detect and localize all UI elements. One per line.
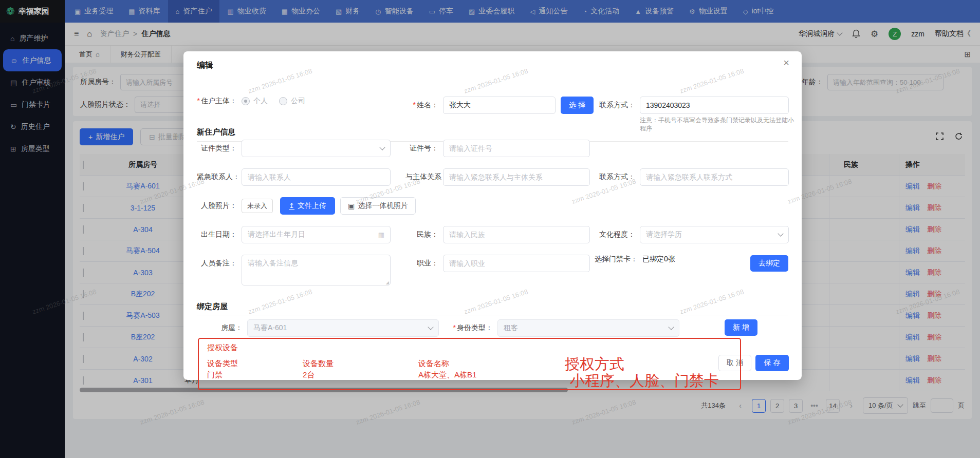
kiosk-photo-button[interactable]: ▣ 选择一体机照片 [340,197,416,215]
emergency-phone-input[interactable] [640,168,789,186]
house-select[interactable]: 马赛A-601 [247,319,439,337]
radio-label-personal: 个人 [253,97,268,106]
job-field: 职业： [405,255,590,272]
resident-subject-field: *住户主体： 个人 公司 [197,97,317,106]
card-bound-count: 已绑定0张 [642,255,675,264]
field-label: 出生日期： [197,230,242,239]
birth-date-field: 出生日期： 请选择出生年月日 ▦ [197,226,391,243]
contact-field: 联系方式： [594,97,789,114]
cert-type-field: 证件类型： [197,140,391,157]
file-upload-button[interactable]: ↥ 文件上传 [280,197,335,215]
modal-title: 编辑 [197,60,213,71]
select-person-button[interactable]: 选 择 [561,97,594,114]
field-label: *住户主体： [197,97,242,106]
education-select[interactable]: 请选择学历 [640,226,789,243]
close-icon[interactable]: × [783,58,789,68]
access-card-field: 选择门禁卡： 已绑定0张 去绑定 [594,255,788,264]
section-new-resident: 新住户信息 [197,127,235,137]
field-label: 房屋： [197,323,247,333]
cert-type-select[interactable] [242,140,391,157]
chevron-down-icon [668,324,674,330]
chevron-down-icon [428,324,433,330]
field-label: 职业： [405,259,443,268]
field-label: 证件类型： [197,144,242,153]
radio-label-company: 公司 [291,97,305,106]
field-label: 联系方式： [594,173,640,182]
upload-icon: ↥ [289,202,294,210]
emergency-contact-input[interactable] [242,168,391,186]
add-house-button[interactable]: 新 增 [725,319,757,336]
face-status-badge: 未录入 [242,199,273,213]
field-label: 人脸照片： [197,201,242,211]
emergency-contact-field: 紧急联系人： [197,168,391,186]
field-label: 与主体关系： [405,173,443,182]
section-bind-house: 绑定房屋 [197,302,228,312]
field-label: 证件号： [405,144,443,153]
radio-company[interactable] [279,97,287,105]
remark-textarea[interactable] [242,255,391,285]
name-input[interactable] [443,97,556,114]
save-button[interactable]: 保 存 [755,355,789,371]
cancel-button[interactable]: 取 消 [718,355,751,371]
identity-type-field: *身份类型： 租客 [452,319,679,337]
cert-no-input[interactable] [443,140,590,157]
chevron-down-icon [778,231,783,236]
relation-input[interactable] [443,168,590,186]
field-label: *姓名： [405,101,443,110]
app-window: ❁ 幸福家园 ▣业务受理 ▤资料库 ⌂资产住户 ▥物业收费 ▦物业办公 ▧财务 … [0,0,980,458]
field-label: 紧急联系人： [197,173,242,182]
field-label: 联系方式： [594,101,640,110]
field-label: *身份类型： [452,323,497,333]
job-input[interactable] [443,255,590,272]
education-field: 文化程度： 请选择学历 [594,226,789,243]
name-field: *姓名： 选 择 [405,97,594,114]
birth-date-picker[interactable]: 请选择出生年月日 ▦ [242,226,391,243]
cert-no-field: 证件号： [405,140,590,157]
contact-input[interactable] [640,97,789,114]
relation-field: 与主体关系： [405,168,590,186]
field-label: 人员备注： [197,259,242,268]
radio-personal[interactable] [242,97,250,105]
go-bind-button[interactable]: 去绑定 [750,255,788,272]
chevron-down-icon [379,144,385,150]
emergency-phone-field: 联系方式： [594,168,789,186]
house-field: 房屋： 马赛A-601 [197,319,439,337]
ethnic-field: 民族： [405,226,590,243]
calendar-icon: ▦ [378,231,384,239]
contact-note: 注意：手机号不填写会导致多条门禁记录以及无法登陆小程序 [640,116,794,132]
remark-field: 人员备注： ◢ [197,255,391,287]
image-icon: ▣ [348,202,355,210]
ethnic-input[interactable] [443,226,590,243]
identity-type-select[interactable]: 租客 [497,319,679,337]
field-label: 选择门禁卡： [594,255,642,264]
field-label: 文化程度： [594,230,640,239]
face-photo-field: 人脸照片： 未录入 ↥ 文件上传 ▣ 选择一体机照片 [197,197,505,215]
field-label: 民族： [405,230,443,239]
edit-resident-modal: 编辑 × 新住户信息 *住户主体： 个人 公司 *姓名： 选 择 联系方式： 注… [183,51,802,380]
